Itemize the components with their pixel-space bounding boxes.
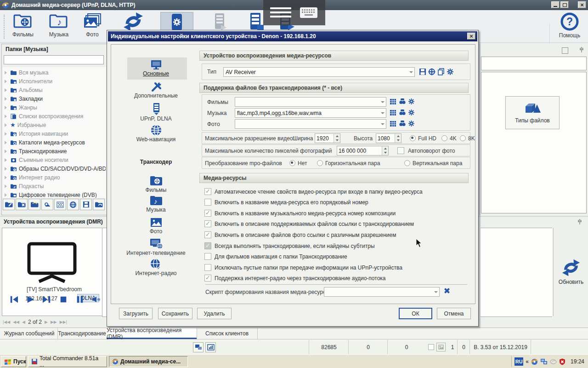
tray-status-icon[interactable]: [550, 359, 557, 365]
expand-chevron-icon[interactable]: [5, 167, 8, 171]
chevron-down-icon[interactable]: [379, 120, 386, 128]
spin-down-icon[interactable]: [395, 138, 401, 143]
photo-grid-icon[interactable]: [390, 120, 396, 127]
status-image-button[interactable]: [436, 343, 446, 351]
nav-item-internet-tv[interactable]: Интернет-телевидение: [111, 238, 201, 256]
video-height-spinner[interactable]: [376, 133, 401, 143]
expand-chevron-icon[interactable]: [5, 123, 8, 127]
profile-settings-gear-icon[interactable]: [447, 68, 454, 75]
save-profile-button[interactable]: Сохранить: [158, 308, 192, 319]
expand-chevron-icon[interactable]: [5, 141, 8, 144]
tree-item[interactable]: Закладки: [5, 94, 105, 103]
spin-up-icon[interactable]: [395, 134, 401, 138]
panel-pin-icon[interactable]: [579, 46, 584, 53]
script-combo-input[interactable]: [324, 289, 433, 295]
nav-item-photo[interactable]: Фото: [111, 217, 201, 235]
nav-item-advanced[interactable]: Дополнительные: [111, 81, 201, 99]
ok-button[interactable]: ОК: [399, 308, 432, 319]
status-chart-button[interactable]: [205, 342, 216, 352]
pager-prev-icon[interactable]: ◀: [22, 320, 25, 324]
toolbar-photo-button[interactable]: Фото: [76, 12, 109, 41]
autorotate-checkbox[interactable]: [397, 147, 404, 154]
expand-chevron-icon[interactable]: [5, 115, 8, 118]
expand-chevron-icon[interactable]: [5, 106, 8, 109]
pause-button[interactable]: [74, 294, 86, 305]
tab-client-list[interactable]: Список клиентов: [197, 328, 258, 339]
spin-down-icon[interactable]: [382, 151, 388, 155]
video-width-input[interactable]: [315, 134, 334, 143]
checkbox-photo-resolutions[interactable]: [204, 231, 211, 238]
spin-down-icon[interactable]: [334, 138, 340, 143]
radio-8k[interactable]: [460, 135, 466, 141]
weather-button[interactable]: [41, 199, 53, 210]
tree-item[interactable]: Альбомы: [5, 86, 105, 94]
nav-item-upnp[interactable]: UPnP, DLNA: [111, 103, 201, 122]
tree-item[interactable]: Подкасты: [5, 182, 105, 190]
radio-mpo-vertical[interactable]: [404, 160, 410, 166]
folder-refresh-button[interactable]: [93, 199, 105, 210]
type-combo-input[interactable]: [224, 69, 408, 75]
network-detect-icon[interactable]: [428, 68, 435, 75]
folder-add-button[interactable]: [28, 199, 40, 210]
clock[interactable]: 19:24: [571, 358, 584, 365]
files-music-combo[interactable]: [235, 108, 386, 118]
checkbox-transcode-links[interactable]: [204, 220, 211, 227]
language-indicator[interactable]: RU: [514, 357, 523, 366]
movies-search-icon[interactable]: [399, 98, 406, 105]
folder-filter-input[interactable]: [4, 55, 104, 64]
pager-next-icon[interactable]: ▶: [45, 320, 48, 324]
script-combo[interactable]: [324, 287, 440, 297]
taskbar-app-hms[interactable]: Домашний медиа-се...: [109, 356, 188, 367]
minimize-button[interactable]: [551, 1, 560, 8]
tree-item[interactable]: Жанры: [5, 103, 105, 112]
nav-item-basic[interactable]: Основные: [111, 59, 201, 77]
load-button[interactable]: Загрузить: [119, 308, 153, 319]
toolbar-music-button[interactable]: ♪ Музыка: [42, 12, 75, 41]
pager-prevpage-icon[interactable]: ◀◀: [13, 320, 19, 324]
radio-mpo-no[interactable]: [289, 160, 295, 166]
tree-item[interactable]: История навигации: [5, 129, 105, 138]
expand-chevron-icon[interactable]: [5, 193, 8, 197]
nav-item-internet-radio[interactable]: ♪ Интернет-радио: [111, 258, 201, 276]
play-button[interactable]: [24, 294, 36, 305]
radio-4k[interactable]: [441, 135, 447, 141]
video-height-input[interactable]: [376, 134, 395, 143]
globe-button[interactable]: [67, 199, 79, 210]
movies-grid-icon[interactable]: [390, 98, 396, 105]
files-movies-input[interactable]: [235, 99, 379, 105]
expand-chevron-icon[interactable]: [5, 97, 8, 101]
expand-chevron-icon[interactable]: [5, 150, 8, 153]
expand-chevron-icon[interactable]: [5, 132, 8, 136]
stop-button[interactable]: [57, 294, 69, 305]
mosaic-button[interactable]: [54, 199, 66, 210]
tree-item[interactable]: Вся музыка: [5, 68, 105, 77]
dmr-device-card[interactable]: [TV] SmartTVbedroom 192.168.1.27 DLNA: [2, 228, 106, 316]
expand-chevron-icon[interactable]: [5, 184, 8, 188]
mute-button[interactable]: [90, 294, 102, 305]
expand-chevron-icon[interactable]: [5, 176, 8, 179]
media-search-row[interactable]: [481, 57, 587, 70]
radio-fullhd[interactable]: [410, 135, 416, 141]
delete-button[interactable]: Удалить: [197, 308, 232, 319]
files-movies-combo[interactable]: [235, 97, 386, 107]
checkbox-auto-read[interactable]: [204, 188, 211, 195]
spin-up-icon[interactable]: [334, 134, 340, 138]
status-devices-button[interactable]: [193, 342, 204, 352]
media-list-area[interactable]: [481, 72, 587, 213]
hamburger-menu-icon[interactable]: [270, 5, 291, 20]
previous-track-button[interactable]: [8, 294, 20, 305]
expand-chevron-icon[interactable]: [5, 158, 8, 162]
script-clear-icon[interactable]: [443, 287, 451, 294]
next-track-button[interactable]: [41, 294, 53, 305]
toolbar-movies-button[interactable]: Фильмы: [6, 12, 40, 41]
status-checkbox[interactable]: [428, 344, 434, 350]
virtual-keyboard-icon[interactable]: [300, 6, 318, 19]
tree-item[interactable]: ★Избранные: [5, 121, 105, 129]
tree-item[interactable]: Интернет радио: [5, 173, 105, 182]
tray-security-icon[interactable]: [559, 358, 565, 365]
photo-gear-icon[interactable]: [408, 120, 415, 127]
checkbox-exclude-empty[interactable]: [204, 264, 211, 271]
start-button[interactable]: Пуск: [1, 356, 26, 367]
pager-first-icon[interactable]: |◀◀: [3, 320, 10, 324]
expand-chevron-icon[interactable]: [5, 80, 8, 83]
